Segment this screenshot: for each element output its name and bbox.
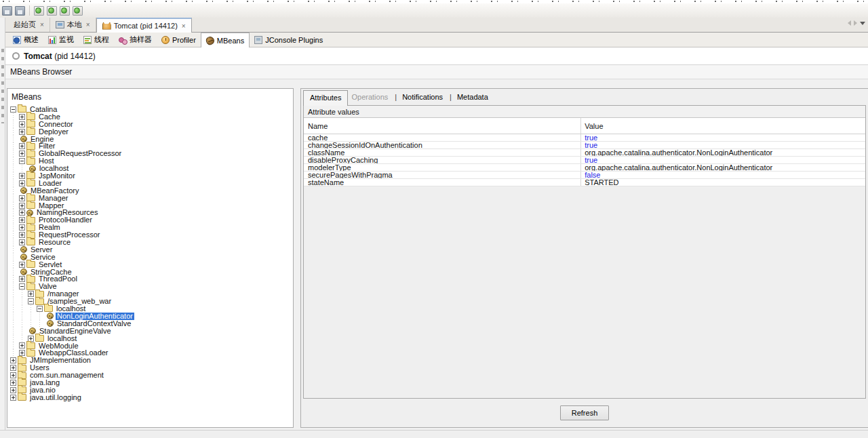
tree-guide-line	[10, 261, 19, 268]
tree-guide-line	[19, 320, 28, 327]
tree-node-JMImplementation[interactable]: JMImplementation	[7, 357, 293, 364]
tab-起始页[interactable]: 起始页×	[8, 18, 50, 32]
subtab-JConsole Plugins[interactable]: JConsole Plugins	[250, 33, 328, 47]
tab-label: 起始页	[14, 20, 36, 30]
tree-guide-line	[10, 246, 19, 254]
expand-icon[interactable]	[19, 262, 25, 268]
attribute-value-cell: org.apache.catalina.authenticator.NonLog…	[580, 164, 865, 171]
expand-icon[interactable]	[19, 180, 25, 186]
minimized-sidebar-strip[interactable]	[0, 18, 5, 430]
snapshot-icon-3[interactable]	[60, 6, 70, 16]
tab-list-dropdown-icon[interactable]	[860, 22, 865, 25]
attribute-row-changeSessionIdOnAuthentication[interactable]: changeSessionIdOnAuthenticationtrue	[304, 142, 865, 149]
expand-icon[interactable]	[10, 380, 16, 386]
tree-guide-line	[10, 283, 19, 290]
expand-icon[interactable]	[19, 239, 25, 245]
detail-tab-Notifications[interactable]: Notifications	[391, 90, 446, 104]
attribute-row-modelerType[interactable]: modelerTypeorg.apache.catalina.authentic…	[304, 164, 865, 172]
expand-icon[interactable]	[19, 195, 25, 201]
attribute-row-disableProxyCaching[interactable]: disableProxyCachingtrue	[304, 157, 865, 164]
expand-icon[interactable]	[10, 395, 16, 401]
attribute-values-label: Attribute values	[304, 106, 865, 118]
expand-icon[interactable]	[10, 357, 16, 363]
subtab-概述[interactable]: 概述	[8, 33, 43, 47]
attribute-row-securePagesWithPragma[interactable]: securePagesWithPragmafalse	[304, 172, 865, 179]
tab-close-icon[interactable]: ×	[86, 21, 90, 28]
tree-node-localhost[interactable]: localhost	[7, 335, 293, 342]
subtab-线程[interactable]: 线程	[79, 33, 114, 47]
column-header-value[interactable]: Value	[580, 118, 865, 134]
expand-icon[interactable]	[19, 224, 25, 231]
attribute-value[interactable]: true	[585, 157, 597, 163]
collapse-icon[interactable]	[37, 306, 43, 312]
tab-本地[interactable]: 本地×	[50, 18, 96, 32]
subtab-label: MBeans	[217, 37, 244, 45]
expand-icon[interactable]	[19, 121, 25, 127]
expand-icon[interactable]	[19, 173, 25, 179]
detail-tab-Metadata[interactable]: Metadata	[446, 90, 492, 104]
folder-icon	[26, 261, 35, 268]
refresh-button[interactable]: Refresh	[560, 405, 610, 420]
snapshot-icon-4[interactable]	[73, 6, 83, 16]
expand-icon[interactable]	[19, 203, 25, 209]
subtab-监视[interactable]: 监视	[43, 33, 79, 47]
expand-icon[interactable]	[19, 276, 25, 282]
tree-guide-line	[19, 290, 28, 298]
collapse-icon[interactable]	[10, 106, 16, 113]
tree-node-Servlet[interactable]: Servlet	[7, 261, 293, 268]
expand-icon[interactable]	[19, 217, 25, 223]
attribute-row-stateName[interactable]: stateNameSTARTED	[304, 179, 865, 186]
tree-guide-line	[19, 327, 28, 335]
collapse-icon[interactable]	[19, 283, 25, 290]
tree-node-StandardEngineValve[interactable]: StandardEngineValve	[7, 327, 293, 335]
tree-guide-line	[10, 121, 19, 128]
detail-tab-Attributes[interactable]: Attributes	[303, 90, 348, 106]
attribute-value-cell: true	[580, 134, 865, 141]
expand-icon[interactable]	[19, 232, 25, 238]
save-all-icon[interactable]	[15, 6, 25, 16]
collapse-icon[interactable]	[28, 298, 34, 304]
subtab-抽样器[interactable]: 抽样器	[114, 33, 157, 47]
expand-icon[interactable]	[10, 372, 16, 378]
tree-node-/samples_web_war[interactable]: /samples_web_war	[7, 298, 293, 305]
tree-guide-line	[10, 320, 19, 327]
tomcat-icon	[102, 22, 111, 30]
subtab-label: 线程	[94, 35, 109, 45]
expand-icon[interactable]	[10, 387, 16, 393]
tree-node-NonLoginAuthenticator[interactable]: NonLoginAuthenticator	[7, 313, 293, 320]
expand-icon[interactable]	[19, 210, 25, 216]
bean-icon	[47, 313, 54, 319]
expand-icon[interactable]	[19, 143, 25, 149]
tree-node-localhost[interactable]: localhost	[7, 305, 293, 313]
expand-icon[interactable]	[19, 151, 25, 157]
attribute-row-className[interactable]: classNameorg.apache.catalina.authenticat…	[304, 149, 865, 157]
tab-close-icon[interactable]: ×	[40, 21, 44, 28]
save-icon[interactable]	[2, 6, 12, 16]
subtab-MBeans[interactable]: MBeans	[201, 33, 250, 47]
scroll-tabs-right-icon[interactable]	[854, 20, 857, 26]
scroll-tabs-left-icon[interactable]	[848, 20, 851, 26]
attribute-value[interactable]: false	[585, 172, 600, 178]
tree-node-Manager[interactable]: Manager	[7, 195, 293, 202]
expand-icon[interactable]	[19, 342, 25, 349]
attribute-value: org.apache.catalina.authenticator.NonLog…	[585, 149, 772, 156]
expand-icon[interactable]	[19, 129, 25, 135]
expand-icon[interactable]	[19, 114, 25, 120]
attribute-row-cache[interactable]: cachetrue	[304, 134, 865, 142]
threads-icon	[83, 36, 92, 44]
snapshot-icon-1[interactable]	[34, 6, 44, 16]
tree-node-StandardContextValve[interactable]: StandardContextValve	[7, 320, 293, 327]
collapse-icon[interactable]	[19, 158, 25, 164]
tab-close-icon[interactable]: ×	[182, 22, 186, 30]
tree-node-Deployer[interactable]: Deployer	[7, 128, 293, 136]
tree-node-java.util.logging[interactable]: java.util.logging	[7, 394, 293, 401]
expand-icon[interactable]	[28, 291, 34, 297]
column-header-name[interactable]: Name	[304, 118, 580, 134]
tab-Tomcat (pid 14412)[interactable]: Tomcat (pid 14412)×	[96, 18, 192, 33]
attribute-value[interactable]: true	[585, 142, 597, 148]
tree-node-label: Servlet	[37, 261, 63, 268]
attribute-value[interactable]: true	[585, 134, 597, 141]
expand-icon[interactable]	[10, 365, 16, 371]
snapshot-icon-2[interactable]	[47, 6, 57, 16]
subtab-Profiler[interactable]: Profiler	[157, 33, 201, 47]
